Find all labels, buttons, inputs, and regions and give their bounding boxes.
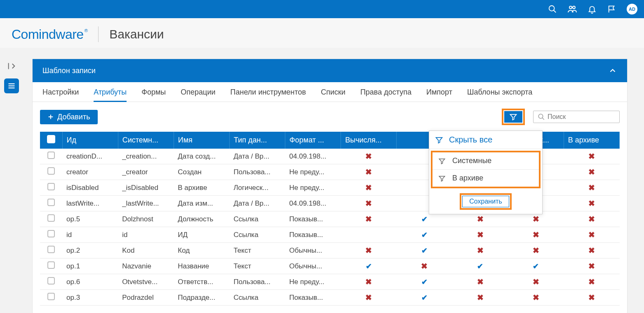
x-icon: ✖ (588, 215, 595, 223)
row-checkbox[interactable] (47, 277, 55, 285)
cell-type: Дата / Вр... (229, 196, 285, 211)
cell-arch: ✖ (564, 258, 619, 274)
cell-name: Код (174, 243, 229, 258)
cell-c8: ✖ (452, 274, 508, 290)
filter-icon (438, 175, 446, 182)
filter-save-button[interactable]: Сохранить (462, 196, 509, 207)
cell-calc: ✖ (341, 164, 397, 180)
collapse-sidebar-icon[interactable] (4, 59, 19, 74)
column-header-5[interactable]: Вычисля... (341, 132, 397, 149)
tab-8[interactable]: Шаблоны экспорта (467, 88, 532, 102)
cell-id: op.1 (62, 258, 118, 274)
cell-id: op.2 (62, 243, 118, 258)
filter-option-0[interactable]: Системные (432, 152, 539, 170)
row-checkbox[interactable] (47, 214, 55, 222)
tab-3[interactable]: Операции (181, 88, 215, 102)
cell-id: lastWrite... (62, 196, 118, 211)
cell-name: Дата изм... (174, 196, 229, 211)
brand-logo[interactable]: Comindware® (12, 27, 87, 42)
cell-id: id (62, 227, 118, 243)
filter-icon (438, 157, 446, 165)
cell-name: ИД (174, 227, 229, 243)
check-icon: ✔ (421, 247, 428, 255)
column-header-3[interactable]: Тип дан... (229, 132, 285, 149)
x-icon: ✖ (533, 230, 539, 239)
svg-point-3 (573, 6, 575, 9)
check-icon: ✔ (421, 215, 428, 223)
search-box[interactable] (533, 111, 620, 123)
cell-arch: ✖ (564, 227, 619, 243)
tab-6[interactable]: Права доступа (360, 88, 411, 102)
cell-c8: ✔ (452, 258, 508, 274)
bell-icon[interactable] (587, 4, 597, 14)
tab-1[interactable]: Атрибуты (94, 88, 127, 102)
users-icon[interactable] (567, 4, 577, 14)
cell-id: op.6 (62, 274, 118, 290)
row-checkbox[interactable] (47, 246, 55, 253)
table-row[interactable]: ididИДСсылкаПоказыв...✔✖✖✖ (40, 227, 620, 243)
cell-id: op.5 (62, 211, 118, 227)
tab-0[interactable]: Настройки (42, 88, 79, 102)
filter-option-label: В архиве (452, 174, 483, 183)
row-checkbox[interactable] (47, 167, 55, 175)
filter-button-highlight (502, 109, 525, 125)
x-icon: ✖ (588, 262, 595, 270)
cell-calc: ✖ (341, 149, 397, 164)
column-header-4[interactable]: Формат ... (285, 132, 341, 149)
column-header-2[interactable]: Имя (174, 132, 229, 149)
add-button[interactable]: Добавить (40, 110, 98, 124)
filter-button[interactable] (504, 111, 522, 123)
table-row[interactable]: op.3PodrazdelПодразде...СсылкаПоказыв...… (40, 290, 620, 306)
cell-id: op.3 (62, 290, 118, 306)
tab-7[interactable]: Импорт (426, 88, 452, 102)
table-row[interactable]: op.6Otvetstve...Ответств...Пользова...Не… (40, 274, 620, 290)
menu-icon[interactable] (4, 78, 19, 93)
tab-4[interactable]: Панели инструментов (230, 88, 306, 102)
cell-format: Обычны... (285, 243, 341, 258)
toolbar: Добавить (33, 102, 627, 132)
cell-sys: Otvetstve... (118, 274, 174, 290)
tab-5[interactable]: Списки (321, 88, 346, 102)
column-header-0[interactable]: Ид (62, 132, 118, 149)
row-checkbox[interactable] (47, 152, 55, 159)
header-checkbox-cell[interactable] (40, 132, 62, 149)
filter-icon (435, 136, 443, 144)
table-row[interactable]: op.2KodКодТекстОбычны...✖✔✖✖✖ (40, 243, 620, 258)
x-icon: ✖ (365, 168, 372, 176)
x-icon: ✖ (477, 230, 484, 239)
row-checkbox[interactable] (47, 261, 55, 269)
cell-arch: ✖ (564, 164, 619, 180)
search-input[interactable] (548, 113, 615, 121)
cell-calc: ✖ (341, 274, 397, 290)
column-header-1[interactable]: Системн... (118, 132, 174, 149)
table-row[interactable]: op.1NazvanieНазваниеТекстОбычны...✔✖✔✔✖ (40, 258, 620, 274)
x-icon: ✖ (365, 246, 372, 255)
check-icon: ✔ (477, 262, 483, 270)
cell-calc: ✖ (341, 243, 397, 258)
row-checkbox[interactable] (47, 199, 55, 206)
filter-dropdown: Скрыть все СистемныеВ архиве Сохранить (429, 130, 543, 214)
row-checkbox[interactable] (47, 183, 55, 190)
tab-2[interactable]: Формы (141, 88, 166, 102)
cell-sys: _isDisabled (118, 180, 174, 196)
avatar[interactable]: AD (627, 4, 637, 14)
filter-hide-all[interactable]: Скрыть все (429, 131, 542, 149)
select-all-checkbox[interactable] (47, 135, 55, 143)
x-icon: ✖ (588, 230, 595, 239)
filter-save-highlight: Сохранить (460, 193, 512, 210)
panel-header[interactable]: Шаблон записи (33, 59, 627, 82)
filter-option-1[interactable]: В архиве (432, 170, 539, 187)
x-icon: ✖ (588, 183, 595, 192)
column-header-9[interactable]: В архиве (564, 132, 619, 149)
search-icon[interactable] (548, 4, 557, 14)
row-checkbox[interactable] (47, 230, 55, 237)
cell-type: Пользова... (229, 274, 285, 290)
x-icon: ✖ (533, 246, 539, 255)
x-icon: ✖ (477, 215, 484, 223)
svg-line-11 (542, 118, 544, 120)
filter-option-label: Системные (452, 156, 491, 165)
flag-icon[interactable] (607, 4, 617, 14)
cell-name: Подразде... (174, 290, 229, 306)
row-checkbox[interactable] (47, 293, 55, 300)
cell-name: Дата созд... (174, 149, 229, 164)
